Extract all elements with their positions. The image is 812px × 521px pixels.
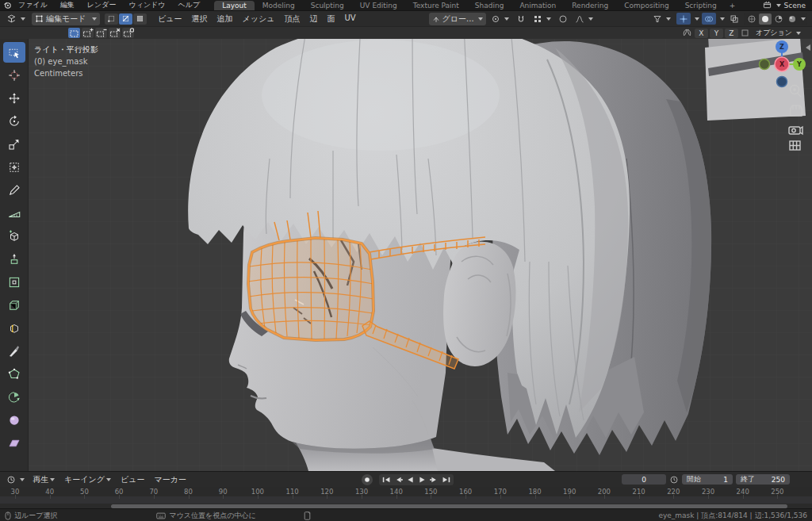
tab-sculpting[interactable]: Sculpting bbox=[303, 1, 352, 10]
show-overlays-toggle[interactable] bbox=[702, 13, 716, 25]
menu-render[interactable]: レンダー bbox=[81, 0, 123, 10]
overlays-dropdown-caret[interactable] bbox=[720, 17, 725, 21]
transform-orientation-dropdown[interactable]: グロー... bbox=[429, 13, 486, 25]
record-button[interactable] bbox=[362, 474, 373, 485]
tab-rendering[interactable]: Rendering bbox=[564, 1, 616, 10]
tool-cursor[interactable] bbox=[3, 65, 25, 86]
marquee-subtract-button[interactable] bbox=[95, 28, 107, 38]
tab-texture-paint[interactable]: Texture Paint bbox=[405, 1, 467, 10]
select-mode-vertex-button[interactable] bbox=[105, 13, 118, 25]
tool-knife[interactable] bbox=[3, 341, 25, 362]
tab-shading[interactable]: Shading bbox=[467, 1, 512, 10]
tab-compositing[interactable]: Compositing bbox=[616, 1, 676, 10]
viewport-menu-uv[interactable]: UV bbox=[339, 13, 360, 25]
tab-layout[interactable]: Layout bbox=[214, 1, 255, 10]
show-gizmo-toggle[interactable] bbox=[676, 13, 691, 25]
tab-modeling[interactable]: Modeling bbox=[255, 1, 303, 10]
marquee-new-button[interactable] bbox=[68, 28, 80, 38]
gizmo-dropdown-caret[interactable] bbox=[695, 17, 699, 21]
add-workspace-button[interactable]: + bbox=[725, 1, 741, 10]
tool-shear[interactable] bbox=[3, 433, 25, 454]
viewport-menu-edge[interactable]: 辺 bbox=[304, 13, 322, 25]
gizmo-neg-z-axis[interactable] bbox=[777, 77, 787, 87]
jump-to-start-button[interactable] bbox=[381, 475, 392, 485]
play-button[interactable] bbox=[417, 475, 427, 485]
tab-uv-editing[interactable]: UV Editing bbox=[352, 1, 405, 10]
marquee-extend-button[interactable] bbox=[82, 28, 94, 38]
jump-to-end-button[interactable] bbox=[441, 475, 451, 485]
current-frame-field[interactable]: 0 bbox=[622, 474, 666, 485]
proportional-falloff-dropdown[interactable] bbox=[572, 13, 596, 25]
tool-loop-cut[interactable] bbox=[3, 318, 25, 339]
snap-target-dropdown[interactable] bbox=[530, 13, 554, 25]
tool-scale[interactable] bbox=[3, 134, 25, 155]
shading-material-button[interactable] bbox=[772, 13, 785, 25]
viewport-menu-mesh[interactable]: メッシュ bbox=[237, 13, 279, 25]
tool-smooth[interactable] bbox=[3, 410, 25, 431]
timeline-editor-type-button[interactable] bbox=[3, 474, 28, 485]
tool-annotate[interactable] bbox=[3, 180, 25, 201]
menu-edit[interactable]: 編集 bbox=[54, 0, 81, 10]
viewport-menu-select[interactable]: 選択 bbox=[186, 13, 212, 25]
viewport-menu-vertex[interactable]: 頂点 bbox=[279, 13, 304, 25]
select-mode-group bbox=[105, 13, 147, 25]
timeline-menu-keying[interactable]: キーイング bbox=[59, 474, 116, 485]
tool-rotate[interactable] bbox=[3, 111, 25, 132]
blender-logo-icon[interactable] bbox=[3, 1, 12, 10]
marquee-intersect-button[interactable] bbox=[122, 28, 134, 38]
tool-extrude-region[interactable] bbox=[3, 249, 25, 270]
viewport-canvas[interactable]: Z Y X bbox=[0, 0, 812, 521]
scene-icon[interactable] bbox=[763, 1, 772, 10]
menu-help[interactable]: ヘルプ bbox=[172, 0, 207, 10]
menu-window[interactable]: ウィンドウ bbox=[122, 0, 171, 10]
tab-scripting[interactable]: Scripting bbox=[677, 1, 725, 10]
snap-toggle-button[interactable] bbox=[514, 13, 528, 25]
frame-start-field[interactable]: 開始 1 bbox=[682, 474, 733, 485]
mirror-x-button[interactable]: X bbox=[695, 29, 708, 38]
shading-solid-button[interactable] bbox=[759, 13, 772, 25]
previous-keyframe-button[interactable] bbox=[393, 475, 404, 485]
select-mode-face-button[interactable] bbox=[133, 13, 147, 25]
next-keyframe-button[interactable] bbox=[429, 475, 439, 485]
viewport-menu-face[interactable]: 面 bbox=[322, 13, 339, 25]
pivot-point-dropdown[interactable] bbox=[488, 13, 512, 25]
timeline-ruler-area[interactable]: 3040506070809010011012013014015016017018… bbox=[0, 487, 812, 508]
shading-wireframe-button[interactable] bbox=[745, 13, 758, 25]
scene-name[interactable]: Scene bbox=[784, 2, 806, 10]
toggle-xray-button[interactable] bbox=[727, 13, 741, 25]
tool-move[interactable] bbox=[3, 88, 25, 109]
tool-spin[interactable] bbox=[3, 387, 25, 408]
tool-transform[interactable] bbox=[3, 157, 25, 178]
tool-poly-build[interactable] bbox=[3, 364, 25, 385]
tool-select-box[interactable] bbox=[3, 42, 25, 63]
select-mode-edge-button[interactable] bbox=[119, 13, 132, 25]
object-visibility-dropdown[interactable] bbox=[649, 13, 674, 25]
frame-end-field[interactable]: 終了 250 bbox=[736, 474, 790, 485]
correct-face-attributes-icon[interactable] bbox=[741, 29, 750, 37]
use-preview-range-button[interactable] bbox=[669, 475, 679, 485]
tool-add-cube[interactable] bbox=[3, 226, 25, 247]
timeline-menu-marker[interactable]: マーカー bbox=[149, 474, 190, 485]
viewport-menu-add[interactable]: 追加 bbox=[212, 13, 237, 25]
menu-file[interactable]: ファイル bbox=[12, 0, 54, 10]
gizmo-neg-y-axis[interactable] bbox=[760, 59, 770, 70]
tab-animation[interactable]: Animation bbox=[511, 1, 564, 10]
timeline-menu-playback[interactable]: 再生 bbox=[28, 474, 59, 485]
mirror-z-button[interactable]: Z bbox=[725, 29, 738, 38]
scene-dropdown-caret[interactable] bbox=[776, 4, 781, 7]
view-hint-label: マウス位置を視点の中心に bbox=[169, 511, 255, 521]
marquee-invert-button[interactable] bbox=[109, 28, 121, 38]
shading-rendered-button[interactable] bbox=[786, 13, 799, 25]
shading-dropdown-caret[interactable] bbox=[801, 17, 806, 21]
tool-options-dropdown[interactable]: オプション bbox=[753, 27, 804, 39]
proportional-editing-toggle[interactable] bbox=[556, 13, 570, 25]
tool-bevel[interactable] bbox=[3, 295, 25, 316]
tool-inset-faces[interactable] bbox=[3, 272, 25, 293]
mode-dropdown[interactable]: 編集モード bbox=[32, 13, 100, 25]
editor-type-button[interactable] bbox=[3, 13, 29, 25]
viewport-menu-view[interactable]: ビュー bbox=[153, 13, 186, 25]
tool-measure[interactable] bbox=[3, 203, 25, 224]
play-reverse-button[interactable] bbox=[405, 475, 416, 485]
timeline-menu-view[interactable]: ビュー bbox=[116, 474, 149, 485]
mirror-y-button[interactable]: Y bbox=[710, 29, 723, 38]
